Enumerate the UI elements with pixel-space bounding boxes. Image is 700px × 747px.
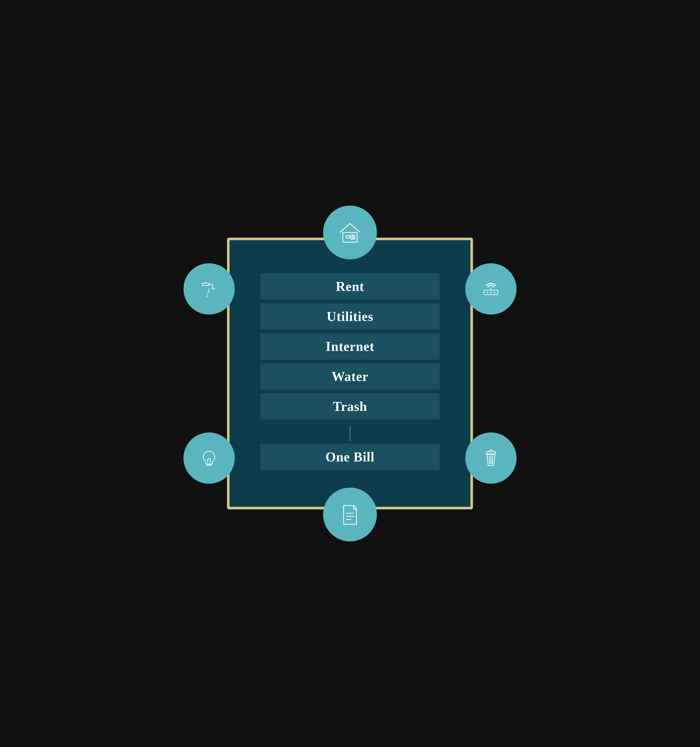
main-card: Rent Utilities Internet Water Trash One … <box>227 237 473 510</box>
trash-label: Trash <box>333 399 367 414</box>
house-circle <box>323 206 377 259</box>
svg-rect-1 <box>346 236 349 238</box>
svg-point-13 <box>494 292 495 293</box>
svg-rect-19 <box>486 452 496 454</box>
water-label: Water <box>332 369 368 384</box>
svg-line-21 <box>489 456 490 464</box>
lightbulb-circle <box>184 432 235 484</box>
router-icon <box>480 277 502 301</box>
faucet-icon <box>198 277 220 301</box>
infographic-scene: Rent Utilities Internet Water Trash One … <box>196 207 504 540</box>
internet-item: Internet <box>260 333 440 360</box>
faucet-circle <box>184 263 235 315</box>
trash-item: Trash <box>260 393 440 420</box>
rent-item: Rent <box>260 273 440 300</box>
divider <box>350 426 350 441</box>
one-bill-item: One Bill <box>260 444 440 470</box>
house-icon <box>337 220 363 245</box>
utilities-item: Utilities <box>260 303 440 330</box>
utilities-label: Utilities <box>327 309 373 324</box>
svg-point-12 <box>490 292 492 293</box>
trash-bin-circle <box>465 432 516 484</box>
one-bill-label: One Bill <box>326 450 374 464</box>
svg-rect-8 <box>202 283 209 286</box>
internet-label: Internet <box>326 339 374 354</box>
lightbulb-icon <box>198 446 220 470</box>
water-item: Water <box>260 363 440 390</box>
svg-point-11 <box>487 292 488 293</box>
router-circle <box>465 263 516 315</box>
trash-bin-icon <box>480 446 502 470</box>
rent-label: Rent <box>336 279 364 294</box>
document-icon <box>337 502 363 527</box>
document-circle <box>323 488 377 541</box>
